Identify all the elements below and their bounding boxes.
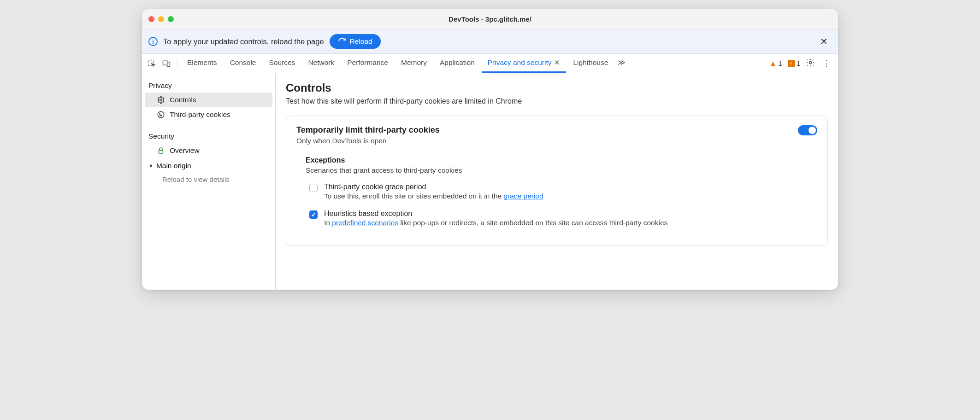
sidebar-item-controls[interactable]: Controls (145, 93, 272, 107)
card-title: Temporarily limit third-party cookies (296, 125, 440, 135)
svg-point-4 (160, 99, 162, 101)
inspect-element-icon[interactable] (145, 57, 159, 70)
card-subtitle: Only when DevTools is open (296, 137, 440, 145)
exception-grace-period: Third-party cookie grace period To use t… (306, 183, 817, 200)
warnings-indicator[interactable]: ▲ 1 (769, 59, 782, 68)
warnings-count: 1 (779, 60, 782, 67)
page-subtitle: Test how this site will perform if third… (286, 97, 828, 105)
settings-gear-icon[interactable] (806, 58, 815, 69)
window-close-button[interactable] (148, 16, 154, 22)
tab-sources[interactable]: Sources (263, 54, 301, 73)
window-zoom-button[interactable] (168, 16, 174, 22)
sidebar-item-label: Main origin (156, 162, 191, 170)
exception-heuristics: Heuristics based exception In predefined… (306, 210, 817, 227)
svg-point-8 (160, 116, 161, 117)
window-minimize-button[interactable] (158, 16, 164, 22)
issues-indicator[interactable]: ! 1 (788, 60, 800, 67)
reload-button[interactable]: Reload (330, 34, 381, 49)
info-icon: i (148, 37, 158, 46)
tab-close-icon[interactable]: ✕ (554, 58, 560, 67)
warning-triangle-icon: ▲ (769, 59, 777, 68)
reload-label: Reload (350, 37, 372, 46)
limit-tpc-toggle[interactable] (798, 125, 817, 135)
reload-infobar: i To apply your updated controls, reload… (142, 29, 838, 54)
sidebar-item-label: Controls (170, 96, 196, 104)
limit-tpc-card: Temporarily limit third-party cookies On… (286, 116, 828, 246)
issues-count: 1 (797, 60, 800, 67)
exception-desc: In predefined scenarios like pop-ups or … (324, 219, 667, 227)
svg-point-5 (158, 111, 164, 118)
svg-rect-2 (167, 62, 170, 66)
exceptions-section: Exceptions Scenarios that grant access t… (296, 156, 817, 227)
svg-point-3 (809, 61, 812, 64)
sidebar-item-main-origin[interactable]: ▼ Main origin (142, 158, 275, 173)
tab-memory[interactable]: Memory (395, 54, 433, 73)
window-title: DevTools - 3pc.glitch.me/ (142, 15, 838, 23)
panel-body: Privacy Controls Third-party cookies Sec… (142, 73, 838, 290)
sidebar-item-label: Overview (170, 146, 200, 155)
traffic-lights (148, 16, 174, 22)
devtools-window: DevTools - 3pc.glitch.me/ i To apply you… (142, 9, 838, 290)
tab-lighthouse[interactable]: Lighthouse (567, 54, 614, 73)
sidebar: Privacy Controls Third-party cookies Sec… (142, 73, 276, 290)
predefined-scenarios-link[interactable]: predefined scenarios (332, 219, 398, 227)
more-menu-icon[interactable]: ⋮ (821, 58, 832, 69)
sidebar-item-label: Third-party cookies (170, 111, 230, 119)
tab-performance[interactable]: Performance (341, 54, 394, 73)
gear-icon (157, 96, 165, 104)
cookie-icon (157, 111, 165, 119)
sidebar-heading-privacy: Privacy (142, 78, 275, 93)
tab-network[interactable]: Network (302, 54, 340, 73)
exception-label: Heuristics based exception (324, 210, 667, 218)
exceptions-subtitle: Scenarios that grant access to third-par… (306, 166, 817, 175)
issue-flag-icon: ! (788, 60, 795, 67)
caret-down-icon: ▼ (148, 163, 153, 169)
infobar-close-button[interactable]: ✕ (816, 34, 832, 49)
infobar-text: To apply your updated controls, reload t… (163, 37, 324, 46)
page-title: Controls (286, 82, 828, 94)
tab-application[interactable]: Application (434, 54, 481, 73)
device-toolbar-icon[interactable] (159, 57, 173, 70)
titlebar: DevTools - 3pc.glitch.me/ (142, 9, 838, 29)
heuristics-checkbox[interactable] (309, 210, 318, 219)
sidebar-item-third-party-cookies[interactable]: Third-party cookies (142, 107, 275, 122)
exception-desc: To use this, enroll this site or sites e… (324, 192, 543, 200)
sidebar-main-origin-detail: Reload to view details (142, 173, 275, 186)
tab-more[interactable]: ≫ (615, 54, 628, 73)
tab-elements[interactable]: Elements (181, 54, 223, 73)
svg-point-7 (161, 115, 162, 116)
sidebar-item-overview[interactable]: Overview (142, 143, 275, 158)
svg-point-6 (159, 114, 160, 115)
svg-rect-9 (159, 150, 163, 153)
grace-period-checkbox[interactable] (309, 184, 318, 192)
main-content: Controls Test how this site will perform… (276, 73, 838, 290)
tabbar: Elements Console Sources Network Perform… (142, 54, 838, 73)
sidebar-heading-security: Security (142, 128, 275, 143)
reload-icon (338, 37, 346, 46)
exceptions-title: Exceptions (306, 156, 817, 164)
lock-icon (157, 146, 165, 155)
tab-console[interactable]: Console (224, 54, 262, 73)
exception-label: Third-party cookie grace period (324, 183, 543, 191)
tab-privacy-security[interactable]: Privacy and security ✕ (482, 54, 567, 73)
grace-period-link[interactable]: grace period (503, 192, 543, 200)
